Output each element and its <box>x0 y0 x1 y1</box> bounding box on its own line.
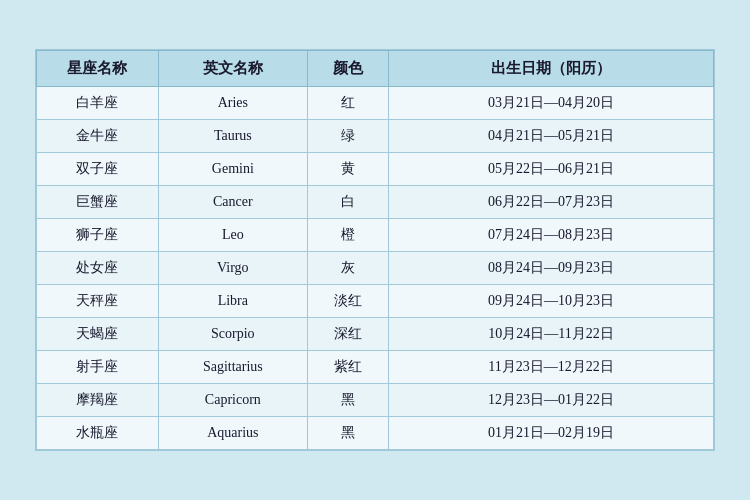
cell-color: 灰 <box>307 252 388 285</box>
cell-color: 黑 <box>307 384 388 417</box>
table-row: 金牛座Taurus绿04月21日—05月21日 <box>37 120 714 153</box>
cell-color: 黑 <box>307 417 388 450</box>
cell-en-name: Aries <box>158 87 307 120</box>
cell-color: 橙 <box>307 219 388 252</box>
table-row: 摩羯座Capricorn黑12月23日—01月22日 <box>37 384 714 417</box>
cell-color: 绿 <box>307 120 388 153</box>
cell-zh-name: 水瓶座 <box>37 417 159 450</box>
cell-en-name: Virgo <box>158 252 307 285</box>
cell-en-name: Libra <box>158 285 307 318</box>
cell-date: 12月23日—01月22日 <box>389 384 714 417</box>
header-color: 颜色 <box>307 51 388 87</box>
cell-date: 04月21日—05月21日 <box>389 120 714 153</box>
table-row: 天蝎座Scorpio深红10月24日—11月22日 <box>37 318 714 351</box>
table-row: 处女座Virgo灰08月24日—09月23日 <box>37 252 714 285</box>
table-header-row: 星座名称 英文名称 颜色 出生日期（阳历） <box>37 51 714 87</box>
header-en-name: 英文名称 <box>158 51 307 87</box>
cell-date: 10月24日—11月22日 <box>389 318 714 351</box>
cell-en-name: Capricorn <box>158 384 307 417</box>
cell-date: 05月22日—06月21日 <box>389 153 714 186</box>
cell-color: 红 <box>307 87 388 120</box>
table-row: 射手座Sagittarius紫红11月23日—12月22日 <box>37 351 714 384</box>
cell-zh-name: 金牛座 <box>37 120 159 153</box>
cell-zh-name: 天蝎座 <box>37 318 159 351</box>
cell-zh-name: 天秤座 <box>37 285 159 318</box>
header-date: 出生日期（阳历） <box>389 51 714 87</box>
cell-zh-name: 射手座 <box>37 351 159 384</box>
table-row: 双子座Gemini黄05月22日—06月21日 <box>37 153 714 186</box>
cell-date: 09月24日—10月23日 <box>389 285 714 318</box>
cell-en-name: Gemini <box>158 153 307 186</box>
cell-date: 01月21日—02月19日 <box>389 417 714 450</box>
cell-color: 深红 <box>307 318 388 351</box>
cell-date: 03月21日—04月20日 <box>389 87 714 120</box>
cell-en-name: Aquarius <box>158 417 307 450</box>
cell-date: 11月23日—12月22日 <box>389 351 714 384</box>
cell-date: 08月24日—09月23日 <box>389 252 714 285</box>
cell-en-name: Scorpio <box>158 318 307 351</box>
cell-en-name: Sagittarius <box>158 351 307 384</box>
zodiac-table-container: 星座名称 英文名称 颜色 出生日期（阳历） 白羊座Aries红03月21日—04… <box>35 49 715 451</box>
table-row: 白羊座Aries红03月21日—04月20日 <box>37 87 714 120</box>
zodiac-table: 星座名称 英文名称 颜色 出生日期（阳历） 白羊座Aries红03月21日—04… <box>36 50 714 450</box>
cell-date: 07月24日—08月23日 <box>389 219 714 252</box>
cell-zh-name: 摩羯座 <box>37 384 159 417</box>
header-zh-name: 星座名称 <box>37 51 159 87</box>
cell-color: 白 <box>307 186 388 219</box>
cell-en-name: Cancer <box>158 186 307 219</box>
cell-color: 紫红 <box>307 351 388 384</box>
cell-zh-name: 狮子座 <box>37 219 159 252</box>
cell-date: 06月22日—07月23日 <box>389 186 714 219</box>
cell-color: 淡红 <box>307 285 388 318</box>
table-row: 巨蟹座Cancer白06月22日—07月23日 <box>37 186 714 219</box>
cell-zh-name: 巨蟹座 <box>37 186 159 219</box>
cell-en-name: Leo <box>158 219 307 252</box>
table-row: 狮子座Leo橙07月24日—08月23日 <box>37 219 714 252</box>
cell-color: 黄 <box>307 153 388 186</box>
cell-zh-name: 双子座 <box>37 153 159 186</box>
table-row: 水瓶座Aquarius黑01月21日—02月19日 <box>37 417 714 450</box>
cell-en-name: Taurus <box>158 120 307 153</box>
cell-zh-name: 白羊座 <box>37 87 159 120</box>
cell-zh-name: 处女座 <box>37 252 159 285</box>
table-row: 天秤座Libra淡红09月24日—10月23日 <box>37 285 714 318</box>
